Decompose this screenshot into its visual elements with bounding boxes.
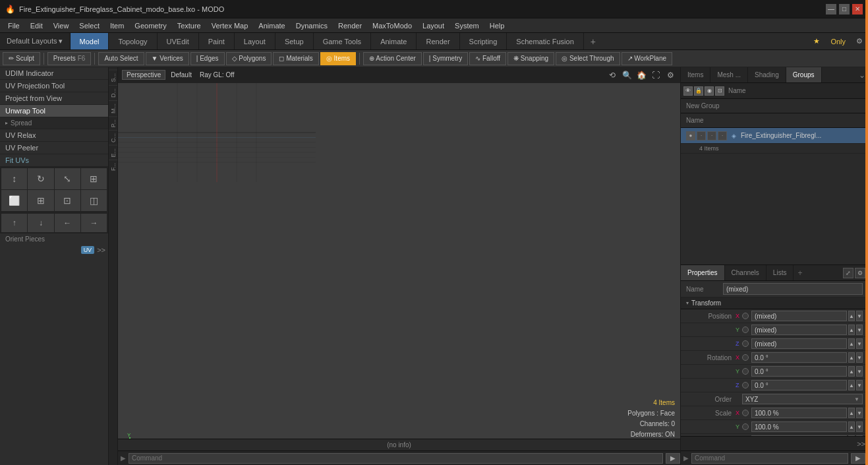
items-button[interactable]: ◎ Items xyxy=(320,52,356,65)
tool-icon-move[interactable]: ↕ xyxy=(1,168,27,189)
rotation-x-down-btn[interactable]: ▼ xyxy=(856,352,863,363)
tab-render[interactable]: Render xyxy=(417,33,459,49)
menu-dynamics[interactable]: Dynamics xyxy=(291,20,333,31)
menu-animate[interactable]: Animate xyxy=(253,20,290,31)
prop-tab-properties[interactable]: Properties xyxy=(681,265,725,280)
tab-scripting[interactable]: Scripting xyxy=(460,33,507,49)
falloff-button[interactable]: ∿ Falloff xyxy=(469,52,506,65)
tab-uvedit[interactable]: UVEdit xyxy=(158,33,199,49)
right-command-run-button[interactable]: ▶ xyxy=(851,453,865,464)
rotation-z-up-btn[interactable]: ▲ xyxy=(848,380,855,390)
prop-tab-add-button[interactable]: + xyxy=(794,265,806,280)
props-expand-button[interactable]: >> xyxy=(857,440,865,448)
action-center-button[interactable]: ⊕ Action Center xyxy=(363,52,422,65)
position-z-radio[interactable] xyxy=(742,340,749,347)
menu-item[interactable]: Item xyxy=(105,20,129,31)
vtab-poly[interactable]: P... xyxy=(109,116,117,130)
spread-section[interactable]: ▸ Spread xyxy=(0,117,108,129)
rotation-x-radio[interactable] xyxy=(742,354,749,361)
tool-arrow-up[interactable]: ↑ xyxy=(1,214,27,232)
menu-view[interactable]: View xyxy=(48,20,74,31)
layouts-dropdown[interactable]: Default Layouts ▾ xyxy=(0,33,71,49)
viewport-settings-icon[interactable]: ⚙ xyxy=(664,69,676,81)
panel-chevron-icon[interactable]: ⌄ xyxy=(859,71,865,80)
row-render-icon[interactable]: ∙ xyxy=(707,131,716,140)
viewport-nav-rotate[interactable]: ⟲ xyxy=(606,69,618,81)
auto-select-button[interactable]: Auto Select xyxy=(98,52,144,65)
viewport-nav-zoom[interactable]: 🔍 xyxy=(621,69,633,81)
position-x-input[interactable] xyxy=(751,311,847,321)
position-y-down-btn[interactable]: ▼ xyxy=(856,325,863,335)
row-visibility-icon[interactable]: ● xyxy=(686,131,695,140)
menu-texture[interactable]: Texture xyxy=(172,20,206,31)
prop-tab-lists[interactable]: Lists xyxy=(767,265,794,280)
tool-icon-rotate[interactable]: ↻ xyxy=(28,168,53,189)
menu-file[interactable]: File xyxy=(3,20,25,31)
menu-maxtomodo[interactable]: MaxToModo xyxy=(367,20,417,31)
scale-x-down-btn[interactable]: ▼ xyxy=(856,408,863,418)
position-y-up-btn[interactable]: ▲ xyxy=(848,325,855,335)
position-x-down-btn[interactable]: ▼ xyxy=(856,311,863,321)
menu-help[interactable]: Help xyxy=(484,20,510,31)
position-z-input[interactable] xyxy=(751,338,847,349)
prop-tab-channels[interactable]: Channels xyxy=(725,265,767,280)
items-list-row[interactable]: ● ∙ ∙ ∙ ◈ Fire_Extinguisher_Fibregl... xyxy=(681,128,868,144)
panel-tab-shading[interactable]: Shading xyxy=(748,67,786,82)
menu-geometry[interactable]: Geometry xyxy=(129,20,171,31)
position-y-radio[interactable] xyxy=(742,326,749,333)
tab-animate[interactable]: Animate xyxy=(371,33,417,49)
tab-setup[interactable]: Setup xyxy=(275,33,314,49)
tab-paint[interactable]: Paint xyxy=(199,33,235,49)
menu-select[interactable]: Select xyxy=(74,20,105,31)
tool-arrow-left[interactable]: ← xyxy=(55,214,80,232)
tool-uv-projection[interactable]: UV Projection Tool xyxy=(0,80,108,92)
items-lock-icon[interactable]: 🔒 xyxy=(694,86,703,96)
viewport-nav-home[interactable]: 🏠 xyxy=(635,69,647,81)
command-input[interactable] xyxy=(129,453,663,464)
tool-uv-peeler[interactable]: UV Peeler xyxy=(0,142,108,154)
rotation-y-input[interactable] xyxy=(751,366,847,377)
position-x-up-btn[interactable]: ▲ xyxy=(848,311,855,321)
tool-uv-relax[interactable]: UV Relax xyxy=(0,129,108,142)
tool-icon-transform[interactable]: ⊞ xyxy=(81,168,107,189)
tool-udim-indicator[interactable]: UDIM Indicator xyxy=(0,67,108,80)
scale-x-input[interactable] xyxy=(751,408,847,418)
tab-schematic-fusion[interactable]: Schematic Fusion xyxy=(507,33,583,49)
tool-project-from-view[interactable]: Project from View xyxy=(0,92,108,105)
tool-fit-uvs[interactable]: Fit UVs xyxy=(0,154,108,167)
rotation-y-radio[interactable] xyxy=(742,368,749,375)
expand-button[interactable]: >> xyxy=(97,246,105,254)
tab-add-button[interactable]: + xyxy=(584,33,602,49)
edges-button[interactable]: | Edges xyxy=(190,52,225,65)
tool-icon-plane[interactable]: ⬜ xyxy=(1,190,27,211)
tab-game-tools[interactable]: Game Tools xyxy=(314,33,372,49)
position-z-down-btn[interactable]: ▼ xyxy=(856,338,863,349)
prop-name-input[interactable] xyxy=(723,283,863,295)
titlebar-controls[interactable]: — □ ✕ xyxy=(826,4,863,15)
tool-arrow-down[interactable]: ↓ xyxy=(28,214,53,232)
panel-tab-groups[interactable]: Groups xyxy=(786,67,822,82)
vtab-mesh[interactable]: M... xyxy=(109,100,117,116)
position-y-input[interactable] xyxy=(751,325,847,335)
order-dropdown[interactable]: XYZ ▼ xyxy=(742,394,863,404)
menu-layout[interactable]: Layout xyxy=(417,20,449,31)
sculpt-button[interactable]: ✏ Sculpt xyxy=(3,52,40,65)
rotation-y-up-btn[interactable]: ▲ xyxy=(848,366,855,377)
menu-edit[interactable]: Edit xyxy=(25,20,48,31)
row-wire-icon[interactable]: ∙ xyxy=(718,131,727,140)
rotation-x-up-btn[interactable]: ▲ xyxy=(848,352,855,363)
items-eye-icon[interactable]: 👁 xyxy=(683,86,693,96)
panel-tab-items[interactable]: Items xyxy=(681,67,710,82)
snapping-button[interactable]: ❋ Snapping xyxy=(507,52,554,65)
vtab-channel[interactable]: C... xyxy=(109,130,117,145)
rotation-y-down-btn[interactable]: ▼ xyxy=(856,366,863,377)
rotation-x-input[interactable] xyxy=(751,352,847,363)
symmetry-button[interactable]: | Symmetry xyxy=(423,52,468,65)
tab-layout[interactable]: Layout xyxy=(235,33,275,49)
tab-topology[interactable]: Topology xyxy=(109,33,157,49)
vtab-f[interactable]: F... xyxy=(109,160,117,173)
tool-icon-scale[interactable]: ⤡ xyxy=(55,168,80,189)
close-button[interactable]: ✕ xyxy=(852,4,863,15)
tool-arrow-right[interactable]: → xyxy=(81,214,107,232)
scale-y-down-btn[interactable]: ▼ xyxy=(856,421,863,432)
